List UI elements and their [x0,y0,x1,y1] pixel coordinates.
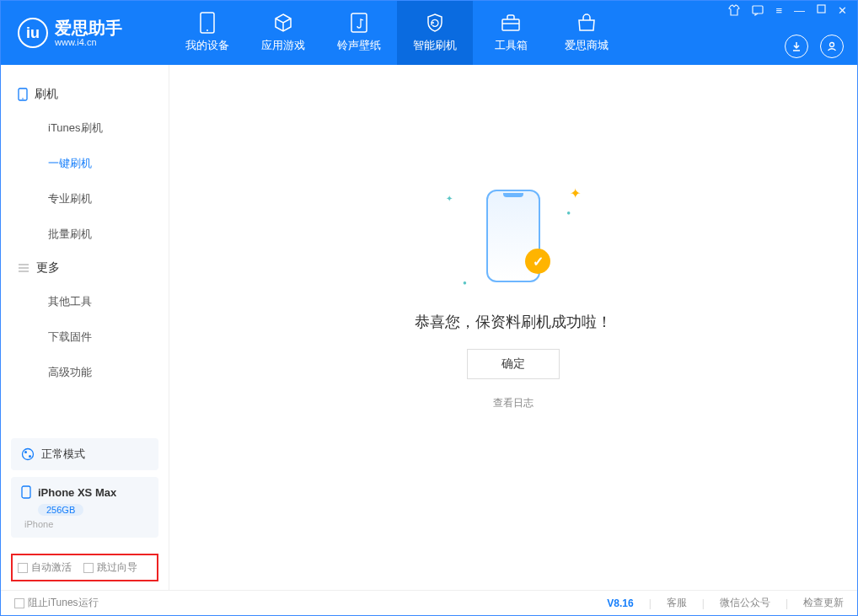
checkbox-box [18,563,28,573]
checkbox-skip-guide[interactable]: 跳过向导 [83,560,137,575]
window-controls: ≡ — ✕ [728,4,847,17]
app-subtitle: www.i4.cn [55,37,122,47]
tab-label: 应用游戏 [261,38,305,53]
group-label: 更多 [36,260,60,276]
svg-point-9 [23,449,34,460]
sidebar-group-more[interactable]: 更多 [1,252,169,284]
sparkle-icon: ✦ [570,185,581,201]
close-icon[interactable]: ✕ [838,4,847,17]
success-message: 恭喜您，保资料刷机成功啦！ [415,312,612,332]
download-manager-button[interactable] [785,35,808,58]
tab-label: 铃声壁纸 [337,38,381,53]
svg-point-10 [24,451,27,453]
checkbox-box [83,563,94,573]
music-file-icon [349,13,369,33]
svg-rect-4 [753,6,763,13]
checkbox-block-itunes[interactable]: 阻止iTunes运行 [14,596,99,610]
device-type: iPhone [24,519,53,529]
flash-options-row: 自动激活 跳过向导 [11,554,158,581]
app-header: iu 爱思助手 www.i4.cn 我的设备 应用游戏 铃声壁纸 [1,1,857,65]
app-title: 爱思助手 [55,19,122,37]
device-icon [21,485,31,499]
checkbox-label: 自动激活 [31,560,72,575]
tab-my-device[interactable]: 我的设备 [169,1,245,65]
feedback-icon[interactable] [752,4,764,17]
success-illustration: ✦ ✦ ● ● ✓ [421,177,606,295]
sparkle-icon: ● [566,209,571,217]
tab-ringtones[interactable]: 铃声壁纸 [321,1,397,65]
logo-section[interactable]: iu 爱思助手 www.i4.cn [1,18,169,48]
cube-icon [273,13,293,33]
tab-label: 爱思商城 [565,38,609,53]
device-name: iPhone XS Max [38,486,116,499]
separator: | [702,597,705,609]
shield-refresh-icon [425,13,445,33]
checkbox-auto-activate[interactable]: 自动激活 [18,560,72,575]
maximize-icon[interactable] [817,4,826,17]
mode-label: 正常模式 [41,447,85,462]
ok-button[interactable]: 确定 [467,349,560,379]
logo-text: 爱思助手 www.i4.cn [55,19,122,47]
account-button[interactable] [820,35,844,58]
sidebar-item-itunes-flash[interactable]: iTunes刷机 [1,110,169,146]
status-bar: 阻止iTunes运行 V8.16 | 客服 | 微信公众号 | 检查更新 [1,590,857,615]
checkbox-label: 阻止iTunes运行 [28,596,99,610]
tab-apps-games[interactable]: 应用游戏 [245,1,321,65]
footer-right: V8.16 | 客服 | 微信公众号 | 检查更新 [607,596,844,610]
logo-icon: iu [18,18,48,48]
svg-rect-3 [502,19,519,30]
tab-smart-flash[interactable]: 智能刷机 [397,1,473,65]
sidebar-item-advanced[interactable]: 高级功能 [1,355,169,390]
header-right: ≡ — ✕ [728,1,847,65]
sidebar-item-oneclick-flash[interactable]: 一键刷机 [1,146,169,181]
checkbox-box [14,598,24,608]
skin-icon[interactable] [728,4,740,17]
mode-card[interactable]: 正常模式 [11,438,158,470]
header-action-circles [785,35,847,58]
nav-tabs: 我的设备 应用游戏 铃声壁纸 智能刷机 工具箱 [169,1,625,65]
main-content: ✦ ✦ ● ● ✓ 恭喜您，保资料刷机成功啦！ 确定 查看日志 [169,65,857,590]
svg-point-6 [830,43,834,47]
svg-point-11 [29,455,31,458]
wechat-link[interactable]: 微信公众号 [720,596,770,610]
sparkle-icon: ✦ [446,194,453,203]
view-log-link[interactable]: 查看日志 [493,396,534,410]
svg-rect-2 [351,13,367,32]
sidebar-item-download-firmware[interactable]: 下载固件 [1,319,169,355]
sidebar-item-batch-flash[interactable]: 批量刷机 [1,217,169,252]
tab-label: 智能刷机 [413,38,457,53]
version-label: V8.16 [607,597,633,609]
phone-illustration-icon: ✓ [486,190,540,282]
separator: | [786,597,788,609]
app-body: 刷机 iTunes刷机 一键刷机 专业刷机 批量刷机 更多 其他工具 下载固件 … [1,65,857,590]
sidebar-item-pro-flash[interactable]: 专业刷机 [1,181,169,217]
mode-icon [21,447,35,461]
phone-icon [18,88,28,101]
minimize-icon[interactable]: — [794,4,805,17]
sidebar-group-flash[interactable]: 刷机 [1,78,169,110]
svg-rect-5 [818,5,825,13]
capacity-badge: 256GB [38,504,83,516]
support-link[interactable]: 客服 [667,596,687,610]
list-icon [18,263,29,273]
tab-label: 我的设备 [185,38,229,53]
device-icon [197,13,217,33]
tab-toolbox[interactable]: 工具箱 [473,1,549,65]
svg-point-8 [22,98,24,99]
sparkle-icon: ● [463,279,467,287]
device-card[interactable]: iPhone XS Max 256GB iPhone [11,477,158,538]
sidebar: 刷机 iTunes刷机 一键刷机 专业刷机 批量刷机 更多 其他工具 下载固件 … [1,65,169,590]
svg-point-1 [206,29,208,31]
checkbox-label: 跳过向导 [97,560,137,575]
group-label: 刷机 [35,87,58,102]
separator: | [649,597,652,609]
checkmark-badge-icon: ✓ [525,249,550,274]
check-update-link[interactable]: 检查更新 [803,596,844,610]
tab-store[interactable]: 爱思商城 [549,1,625,65]
store-icon [576,13,597,33]
sidebar-item-other-tools[interactable]: 其他工具 [1,284,169,319]
device-cards: 正常模式 iPhone XS Max 256GB iPhone [11,438,158,538]
svg-rect-12 [22,486,30,498]
menu-icon[interactable]: ≡ [775,4,782,17]
footer-left: 阻止iTunes运行 [14,596,99,610]
